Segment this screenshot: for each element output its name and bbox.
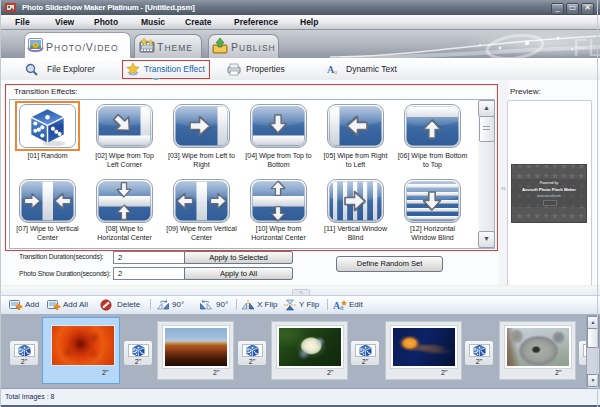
svg-text:FL: FL bbox=[573, 34, 600, 58]
svg-text:a: a bbox=[334, 68, 338, 76]
